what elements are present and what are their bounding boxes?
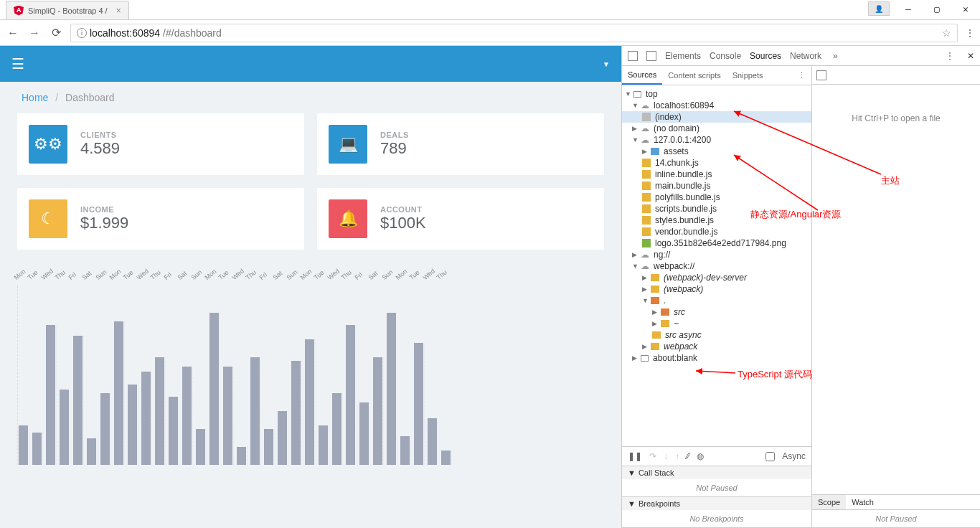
bar (440, 451, 452, 465)
subtab-sources[interactable]: Sources (622, 66, 662, 85)
tree-src[interactable]: src (674, 307, 685, 317)
show-navigator-icon[interactable] (816, 70, 826, 80)
tree-assets[interactable]: assets (664, 146, 689, 156)
js-file-icon (642, 227, 651, 236)
tab-sources[interactable]: Sources (750, 51, 781, 61)
tabs-overflow-icon[interactable]: » (833, 51, 838, 61)
pause-on-exceptions-icon[interactable]: ◍ (697, 451, 704, 461)
minimize-button[interactable]: — (894, 0, 923, 17)
bar (32, 433, 43, 465)
tree-file[interactable]: main.bundle.js (655, 181, 710, 191)
folder-icon (652, 331, 661, 339)
folder-icon (651, 297, 659, 304)
breadcrumb: Home / Dashboard (0, 82, 621, 113)
sources-tree[interactable]: ▼top ▼localhost:60894 (index) ▶(no domai… (622, 85, 811, 446)
tree-host[interactable]: localhost:60894 (654, 100, 714, 110)
bar (372, 357, 384, 465)
async-checkbox[interactable] (765, 452, 775, 461)
bar (154, 357, 166, 465)
async-label: Async (782, 451, 806, 461)
scope-tab[interactable]: Scope (812, 495, 846, 509)
watch-tab[interactable]: Watch (846, 495, 880, 509)
header-dropdown-icon[interactable]: ▼ (603, 60, 610, 68)
device-toolbar-icon[interactable] (646, 51, 656, 61)
call-stack-section[interactable]: ▼Call Stack Not Paused (622, 466, 811, 497)
tree-wp[interactable]: (webpack) (664, 284, 703, 294)
subtab-content-scripts[interactable]: Content scripts (662, 67, 726, 84)
omnibox[interactable]: i localhost:60894/#/dashboard ☆ (70, 24, 958, 42)
bar (100, 393, 111, 465)
bar (127, 385, 138, 466)
tree-file[interactable]: scripts.bundle.js (655, 204, 717, 214)
cloud-icon (641, 135, 651, 145)
js-file-icon (642, 204, 651, 213)
inspect-element-icon[interactable] (628, 51, 638, 61)
hamburger-icon[interactable]: ☰ (11, 55, 24, 72)
frame-icon (641, 355, 649, 362)
scope-body: Not Paused (812, 510, 980, 527)
back-button[interactable]: ← (6, 27, 20, 39)
bar (277, 411, 288, 465)
url-path: /#/dashboard (163, 27, 222, 39)
site-info-icon[interactable]: i (77, 28, 87, 38)
tab-console[interactable]: Console (710, 51, 741, 61)
tree-tilde[interactable]: ~ (674, 319, 679, 329)
tree-srcasync[interactable]: src async (665, 330, 702, 340)
angular-icon (14, 6, 24, 16)
maximize-button[interactable]: ▢ (923, 0, 951, 17)
card-value: $100K (380, 214, 426, 232)
browser-menu-button[interactable]: ⋮ (965, 27, 974, 39)
bar (304, 339, 316, 465)
tree-file[interactable]: vendor.bundle.js (655, 227, 717, 237)
address-bar: ← → ⟳ i localhost:60894/#/dashboard ☆ ⋮ (0, 20, 980, 46)
tree-file[interactable]: styles.bundle.js (655, 215, 714, 225)
card-clients: ⚙⚙ CLIENTS 4.589 (17, 113, 304, 175)
tree-wpf[interactable]: webpack (664, 341, 697, 352)
tab-close-icon[interactable]: × (116, 6, 121, 16)
tree-nodomain[interactable]: (no domain) (654, 123, 699, 133)
tree-file[interactable]: inline.bundle.js (655, 169, 712, 179)
bar (222, 367, 234, 466)
tree-wds[interactable]: (webpack)-dev-server (664, 273, 747, 283)
user-avatar-icon[interactable]: 👤 (868, 1, 890, 16)
deactivate-breakpoints-icon[interactable]: ⁄⁄ (687, 451, 689, 461)
tree-dot[interactable]: . (664, 296, 666, 306)
bar (182, 367, 193, 466)
step-out-icon[interactable]: ↑ (675, 451, 679, 461)
step-into-icon[interactable]: ↓ (664, 451, 668, 461)
reload-button[interactable]: ⟳ (49, 26, 63, 39)
tree-file[interactable]: polyfills.bundle.js (655, 192, 720, 202)
tree-top[interactable]: top (646, 89, 658, 99)
devtools-panel: Elements Console Sources Network » ⋮ ✕ S… (621, 46, 980, 528)
devtools-close-icon[interactable]: ✕ (967, 51, 974, 61)
tree-webpack[interactable]: webpack:// (654, 261, 694, 271)
devtools-menu-icon[interactable]: ⋮ (946, 51, 954, 61)
app-header: ☰ ▼ (0, 46, 621, 82)
bar (291, 361, 302, 465)
bar (263, 429, 275, 465)
forward-button[interactable]: → (27, 27, 42, 39)
editor-pane: Hit Ctrl+P to open a file (812, 66, 980, 495)
close-window-button[interactable]: ✕ (951, 0, 980, 17)
card-value: $1.999 (80, 214, 128, 232)
tree-dev-host[interactable]: 127.0.0.1:4200 (654, 135, 711, 145)
url-host: localhost:60894 (90, 27, 160, 39)
tree-about[interactable]: about:blank (653, 353, 697, 363)
subtab-options-icon[interactable]: ⋮ (792, 71, 811, 80)
tab-elements[interactable]: Elements (665, 51, 701, 61)
bar (195, 429, 207, 465)
tab-network[interactable]: Network (790, 51, 821, 61)
bar (209, 313, 220, 466)
tree-file[interactable]: 14.chunk.js (655, 158, 699, 168)
bar (18, 425, 29, 465)
breadcrumb-home-link[interactable]: Home (22, 92, 48, 103)
tree-index[interactable]: (index) (655, 112, 682, 122)
bookmark-star-icon[interactable]: ☆ (942, 27, 951, 39)
tree-file[interactable]: logo.351b82e64e2edd717984.png (655, 238, 786, 248)
breakpoints-section[interactable]: ▼Breakpoints No Breakpoints (622, 497, 811, 528)
pause-resume-icon[interactable]: ❚❚ (628, 451, 642, 461)
browser-tab[interactable]: SimpliQ - Bootstrap 4 / × (6, 1, 129, 19)
step-over-icon[interactable]: ↷ (649, 451, 656, 461)
tree-ng[interactable]: ng:// (654, 250, 670, 260)
subtab-snippets[interactable]: Snippets (727, 67, 769, 84)
